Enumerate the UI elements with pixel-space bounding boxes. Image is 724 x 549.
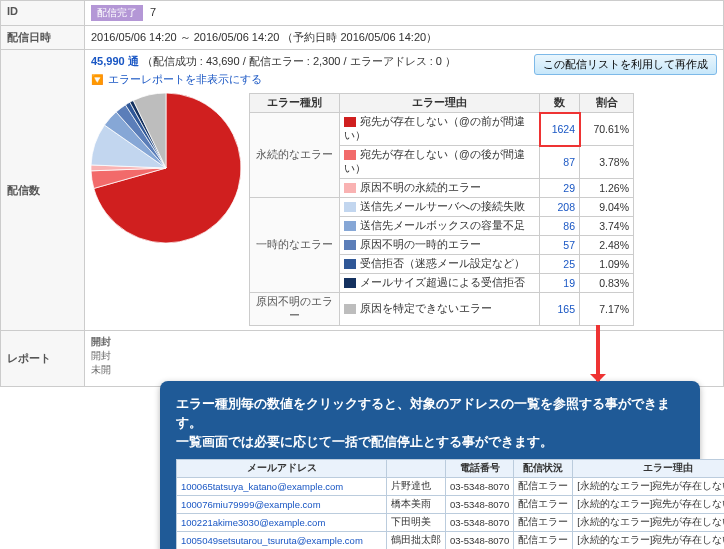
error-reason: 送信先メールボックスの容量不足 <box>340 217 540 236</box>
detail-reason: [永続的なエラー]宛先が存在しない（@の前が間違い） <box>573 496 724 514</box>
count-header: 配信数 <box>1 50 85 331</box>
detail-status: 配信エラー <box>514 478 573 496</box>
report-cell: 開封 開封 未開 <box>85 331 724 387</box>
callout-line2: 一覧画面では必要に応じて一括で配信停止とする事ができます。 <box>176 435 553 449</box>
total-count: 45,990 通 <box>91 55 139 67</box>
detail-name: 橋本美雨 <box>387 496 446 514</box>
detail-status: 配信エラー <box>514 496 573 514</box>
color-swatch-icon <box>344 117 356 127</box>
reuse-list-button[interactable]: この配信リストを利用して再作成 <box>534 54 717 75</box>
detail-reason: [永続的なエラー]宛先が存在しない（@の前が間違い） <box>573 514 724 532</box>
toggle-error-report[interactable]: 🔽 エラーレポートを非表示にする <box>91 73 262 85</box>
error-pct: 2.48% <box>580 236 634 255</box>
color-swatch-icon <box>344 202 356 212</box>
th-pct: 割合 <box>580 94 634 113</box>
date-cell: 2016/05/06 14:20 ～ 2016/05/06 14:20 （予約日… <box>85 26 724 50</box>
report-header: レポート <box>1 331 85 387</box>
error-category: 永続的なエラー <box>250 113 340 198</box>
error-pct: 0.83% <box>580 274 634 293</box>
error-count-link[interactable]: 19 <box>540 274 580 293</box>
tooltip-callout: エラー種別毎の数値をクリックすると、対象のアドレスの一覧を参照する事ができます。… <box>160 381 700 549</box>
error-count-link[interactable]: 29 <box>540 179 580 198</box>
detail-email-link[interactable]: 1005049setsutarou_tsuruta@example.com <box>177 532 387 549</box>
id-cell: 配信完了 7 <box>85 1 724 26</box>
id-value: 7 <box>150 6 156 18</box>
error-reason: 原因不明の一時的エラー <box>340 236 540 255</box>
th-type: エラー種別 <box>250 94 340 113</box>
detail-name: 片野達也 <box>387 478 446 496</box>
error-count-link[interactable]: 86 <box>540 217 580 236</box>
error-count-link[interactable]: 25 <box>540 255 580 274</box>
dth-email: メールアドレス <box>177 460 387 478</box>
detail-tel: 03-5348-8070 <box>446 514 514 532</box>
error-table: エラー種別 エラー理由 数 割合 永続的なエラー宛先が存在しない（@の前が間違い… <box>249 93 634 326</box>
report-open-row: 開封 <box>91 349 717 363</box>
error-reason: 原因不明の永続的エラー <box>340 179 540 198</box>
color-swatch-icon <box>344 150 356 160</box>
dth-name <box>387 460 446 478</box>
error-count-link[interactable]: 165 <box>540 293 580 326</box>
error-pct: 1.09% <box>580 255 634 274</box>
error-reason: メールサイズ超過による受信拒否 <box>340 274 540 293</box>
collapse-icon: 🔽 <box>91 74 103 85</box>
error-category: 原因不明のエラー <box>250 293 340 326</box>
detail-table: メールアドレス 電話番号 配信状況 エラー理由 100065tatsuya_ka… <box>176 459 724 549</box>
detail-status: 配信エラー <box>514 532 573 549</box>
report-unopen-row: 未開 <box>91 363 717 377</box>
error-count-link[interactable]: 1624 <box>540 113 580 146</box>
detail-tel: 03-5348-8070 <box>446 532 514 549</box>
id-header: ID <box>1 1 85 26</box>
color-swatch-icon <box>344 304 356 314</box>
error-reason: 宛先が存在しない（@の後が間違い） <box>340 146 540 179</box>
detail-status: 配信エラー <box>514 514 573 532</box>
color-swatch-icon <box>344 240 356 250</box>
error-count-link[interactable]: 87 <box>540 146 580 179</box>
detail-reason: [永続的なエラー]宛先が存在しない（@の前が間違い） <box>573 478 724 496</box>
error-pct: 3.78% <box>580 146 634 179</box>
error-pie-chart <box>91 93 241 243</box>
detail-tel: 03-5348-8070 <box>446 496 514 514</box>
error-pct: 9.04% <box>580 198 634 217</box>
error-count-link[interactable]: 208 <box>540 198 580 217</box>
error-reason: 宛先が存在しない（@の前が間違い） <box>340 113 540 146</box>
dth-reason: エラー理由 <box>573 460 724 478</box>
error-reason: 送信先メールサーバへの接続失敗 <box>340 198 540 217</box>
color-swatch-icon <box>344 259 356 269</box>
dth-tel: 電話番号 <box>446 460 514 478</box>
summary-table: ID 配信完了 7 配信日時 2016/05/06 14:20 ～ 2016/0… <box>0 0 724 387</box>
callout-line1: エラー種別毎の数値をクリックすると、対象のアドレスの一覧を参照する事ができます。 <box>176 397 670 430</box>
detail-email-link[interactable]: 100076miu79999@example.com <box>177 496 387 514</box>
count-cell: 45,990 通 （配信成功 : 43,690 / 配信エラー : 2,300 … <box>85 50 724 331</box>
total-detail: （配信成功 : 43,690 / 配信エラー : 2,300 / エラーアドレス… <box>142 55 456 67</box>
detail-name: 鶴田拙太郎 <box>387 532 446 549</box>
report-open-label: 開封 <box>91 335 717 349</box>
error-reason: 受信拒否（迷惑メール設定など） <box>340 255 540 274</box>
date-header: 配信日時 <box>1 26 85 50</box>
detail-email-link[interactable]: 100065tatsuya_katano@example.com <box>177 478 387 496</box>
detail-reason: [永続的なエラー]宛先が存在しない（@の前が間違い） <box>573 532 724 549</box>
detail-email-link[interactable]: 100221akime3030@example.com <box>177 514 387 532</box>
arrow-icon <box>596 325 600 381</box>
th-count: 数 <box>540 94 580 113</box>
color-swatch-icon <box>344 221 356 231</box>
dth-status: 配信状況 <box>514 460 573 478</box>
error-category: 一時的なエラー <box>250 198 340 293</box>
error-reason: 原因を特定できないエラー <box>340 293 540 326</box>
detail-name: 下田明美 <box>387 514 446 532</box>
error-pct: 3.74% <box>580 217 634 236</box>
error-count-link[interactable]: 57 <box>540 236 580 255</box>
color-swatch-icon <box>344 183 356 193</box>
error-pct: 70.61% <box>580 113 634 146</box>
error-pct: 1.26% <box>580 179 634 198</box>
detail-tel: 03-5348-8070 <box>446 478 514 496</box>
color-swatch-icon <box>344 278 356 288</box>
error-pct: 7.17% <box>580 293 634 326</box>
status-badge: 配信完了 <box>91 5 143 21</box>
th-reason: エラー理由 <box>340 94 540 113</box>
